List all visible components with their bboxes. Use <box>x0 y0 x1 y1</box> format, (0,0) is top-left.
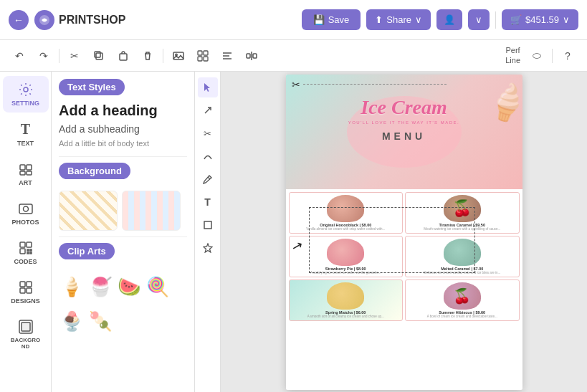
svg-point-22 <box>23 206 28 211</box>
svg-rect-9 <box>204 57 208 61</box>
logo-text: PRINTSHOP <box>59 14 125 27</box>
clip-arts-container: 🍦 🍧 🍉 🍭 🍨 🍡 <box>59 271 187 337</box>
chevron-down-icon: ∨ <box>475 14 482 25</box>
doc-subtitle: YOU'LL LOVE IT THE WAY IT'S MADE. <box>286 120 522 125</box>
sidebar-item-designs[interactable]: DESIGNS <box>3 274 49 310</box>
logo-icon <box>34 10 54 30</box>
svg-marker-40 <box>204 244 212 252</box>
svg-rect-17 <box>20 165 25 170</box>
sidebar-label-background: BACKGROND <box>11 337 40 350</box>
svg-rect-19 <box>20 171 25 175</box>
svg-rect-35 <box>22 322 30 331</box>
cut-button[interactable]: ✂ <box>64 45 85 67</box>
text-tool[interactable]: T <box>198 192 218 212</box>
svg-rect-23 <box>20 242 25 247</box>
panel-divider-2 <box>59 236 187 237</box>
clip-art-4[interactable]: 🍭 <box>145 271 171 302</box>
heading-text-preview[interactable]: Add a heading <box>59 102 187 119</box>
header-left: ← PRINTSHOP <box>9 10 125 30</box>
toolbar-sep-1 <box>59 49 59 63</box>
subheading-text-preview[interactable]: Add a subheading <box>59 123 187 135</box>
undo-button[interactable]: ↶ <box>9 45 30 67</box>
clip-art-2[interactable]: 🍧 <box>87 271 113 302</box>
rect-tool[interactable] <box>198 215 218 235</box>
sidebar-label-designs: DESIGNS <box>11 297 40 305</box>
clip-art-1[interactable]: 🍦 <box>59 271 85 302</box>
sidebar-item-setting[interactable]: SETTING <box>3 76 49 113</box>
share-icon: ⬆ <box>375 14 383 25</box>
copy-button[interactable] <box>88 45 110 67</box>
svg-rect-21 <box>19 204 32 214</box>
svg-rect-18 <box>27 165 32 170</box>
svg-rect-2 <box>95 52 100 57</box>
toolbar-right: PerfLine ⬭ ? <box>502 44 578 66</box>
bg-thumb-1[interactable] <box>59 191 118 231</box>
svg-rect-30 <box>20 282 25 287</box>
bg-thumb-2[interactable] <box>122 191 181 231</box>
svg-line-38 <box>208 177 210 179</box>
svg-rect-20 <box>27 171 32 175</box>
svg-rect-8 <box>198 57 202 61</box>
sidebar-item-background[interactable]: BACKGROND <box>3 313 49 355</box>
perf-line-label: PerfLine <box>502 44 523 66</box>
clip-art-6[interactable]: 🍡 <box>87 305 113 337</box>
share-button[interactable]: ⬆ Share ∨ <box>366 9 431 30</box>
redo-button[interactable]: ↷ <box>33 45 54 67</box>
align-button[interactable] <box>216 45 238 67</box>
sidebar-item-codes[interactable]: CODES <box>3 234 49 271</box>
doc-title: Ice Cream <box>286 96 522 119</box>
svg-rect-13 <box>247 54 250 58</box>
share-dropdown-icon: ∨ <box>415 14 422 25</box>
svg-line-37 <box>205 107 211 113</box>
background-badge: Background <box>59 163 130 179</box>
profile-dropdown-button[interactable]: ∨ <box>468 9 490 30</box>
cart-icon: 🛒 <box>510 14 522 25</box>
svg-rect-29 <box>30 252 32 254</box>
sidebar-item-text[interactable]: T TEXT <box>3 115 49 153</box>
doc-menu-label: MENU <box>286 130 522 142</box>
background-thumbnails <box>59 191 187 231</box>
svg-rect-6 <box>198 51 202 55</box>
svg-rect-31 <box>27 282 32 287</box>
save-button[interactable]: 💾 Save <box>302 9 361 30</box>
select-tool[interactable] <box>198 77 218 97</box>
svg-rect-33 <box>27 288 32 293</box>
delete-button[interactable] <box>137 45 158 67</box>
help-button[interactable]: ? <box>557 45 578 67</box>
menu-item-5: Spring Matcha | $6.00 A smooth sort of a… <box>289 279 404 321</box>
body-text-preview[interactable]: Add a little bit of body text <box>59 139 187 148</box>
clip-art-5[interactable]: 🍨 <box>59 305 85 337</box>
canvas-tools: ✂ T <box>195 72 221 392</box>
sidebar-item-photos[interactable]: PHOTOS <box>3 195 49 231</box>
svg-rect-14 <box>253 54 257 58</box>
header: ← PRINTSHOP 💾 Save ⬆ Share ∨ 👤 ∨ <box>0 0 587 40</box>
profile-button[interactable]: 👤 <box>436 9 462 30</box>
pen-tool[interactable] <box>198 169 218 189</box>
arrow-tool[interactable] <box>198 100 218 120</box>
menu-item-3: Strawberry Pie | $8.90 A satisfying ice … <box>289 236 404 277</box>
canvas-area[interactable]: ✂ 🍦 Ice Cream YOU'LL LOVE IT THE WAY IT'… <box>221 72 587 392</box>
star-tool[interactable] <box>198 238 218 258</box>
menu-item-6: 🍒 Summer Hibiscus | $9.60 A bowl of crea… <box>405 279 520 321</box>
profile-icon: 👤 <box>444 14 455 25</box>
clip-arts-badge: Clip Arts <box>59 243 115 259</box>
svg-rect-32 <box>20 288 25 293</box>
image-button[interactable] <box>168 45 189 67</box>
paste-button[interactable] <box>113 45 134 67</box>
cart-dropdown-icon: ∨ <box>563 14 570 25</box>
sidebar-label-setting: SETTING <box>11 100 39 107</box>
svg-rect-3 <box>120 54 127 60</box>
clip-art-3[interactable]: 🍉 <box>116 271 142 302</box>
cut-tool[interactable]: ✂ <box>198 123 218 143</box>
sidebar-item-art[interactable]: ART <box>3 156 49 192</box>
oval-button[interactable]: ⬭ <box>526 45 548 67</box>
toolbar-sep-3 <box>552 49 553 63</box>
svg-rect-39 <box>204 221 211 229</box>
left-panel: Text Styles Add a heading Add a subheadi… <box>52 72 195 392</box>
curve-tool[interactable] <box>198 146 218 166</box>
group-button[interactable] <box>192 45 214 67</box>
back-button[interactable]: ← <box>9 10 29 30</box>
cart-button[interactable]: 🛒 $451.59 ∨ <box>502 9 578 30</box>
svg-rect-25 <box>20 249 25 254</box>
distribute-button[interactable] <box>241 45 262 67</box>
